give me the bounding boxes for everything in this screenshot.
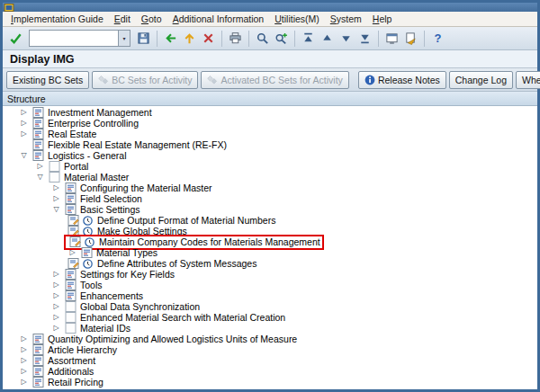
expand-arrow-icon[interactable]: ▷ (50, 193, 63, 204)
img-activity-doc-icon[interactable] (66, 226, 80, 236)
expand-arrow-icon[interactable]: ▷ (66, 247, 79, 258)
expand-arrow-icon[interactable]: ▷ (17, 355, 31, 366)
back-icon[interactable] (161, 29, 180, 48)
tree-item-label[interactable]: Maintain Company Codes for Materials Man… (99, 236, 320, 247)
tree-item-label[interactable]: Make Global Settings (97, 226, 187, 236)
expand-arrow-icon[interactable]: ▷ (17, 129, 31, 139)
tree-item-label[interactable]: Investment Management (48, 107, 152, 118)
tree-item-label[interactable]: Logistics - General (48, 150, 127, 161)
expand-arrow-icon[interactable]: ▷ (17, 107, 31, 118)
collapse-arrow-icon[interactable]: ▽ (50, 204, 63, 215)
img-activity-doc-icon[interactable] (66, 215, 80, 226)
previous-page-icon[interactable] (318, 29, 337, 48)
img-activity-doc-icon[interactable] (68, 236, 82, 247)
expand-arrow-icon[interactable]: ▷ (17, 344, 31, 355)
menu-utilities[interactable]: Utilities(M) (269, 13, 325, 25)
menu-bar: Implementation Guide Edit Goto Additiona… (3, 12, 537, 27)
img-node-icon (31, 150, 45, 161)
execute-activity-icon[interactable] (82, 236, 96, 248)
tree-item-label[interactable]: Configuring the Material Master (80, 183, 212, 193)
expand-arrow-icon[interactable]: ▷ (17, 334, 31, 344)
save-icon[interactable] (134, 29, 153, 48)
help-icon[interactable]: ? (428, 29, 447, 48)
existing-bc-sets-button[interactable]: Existing BC Sets (6, 71, 89, 89)
tree-item-label[interactable]: Settings for Key Fields (80, 269, 175, 280)
img-folder-doc-icon (63, 323, 77, 334)
img-activity-doc-icon[interactable] (66, 258, 80, 269)
img-node-icon (31, 118, 45, 129)
tree-item-label[interactable]: Basic Settings (80, 204, 140, 215)
expand-arrow-icon[interactable]: ▷ (50, 269, 63, 280)
img-node-icon (31, 107, 45, 118)
tree-item-label[interactable]: Global Data Synchronization (80, 301, 200, 312)
next-page-icon[interactable] (337, 29, 356, 48)
first-page-icon[interactable] (299, 29, 318, 48)
tree-item-label[interactable]: Enhancements (80, 290, 143, 301)
menu-implementation-guide[interactable]: Implementation Guide (5, 13, 109, 25)
menu-additional-information[interactable]: Additional Information (167, 13, 270, 25)
tree-item-label[interactable]: Field Selection (80, 193, 142, 204)
button-label: Existing BC Sets (13, 75, 83, 85)
tree-item-label[interactable]: Tools (80, 280, 103, 290)
release-notes-button[interactable]: Release Notes (358, 71, 446, 89)
tree-item-label[interactable]: Enterprise Controlling (48, 118, 139, 129)
where-else-used-button[interactable]: Where Else Used (516, 71, 540, 89)
expand-arrow-icon[interactable]: ▷ (33, 161, 47, 172)
img-node-icon (63, 193, 77, 204)
tree-item-label[interactable]: Retail Pricing (48, 377, 104, 388)
toolbar-separator (157, 31, 158, 47)
expand-arrow-icon[interactable]: ▷ (50, 290, 63, 301)
expand-arrow-icon[interactable]: ▷ (17, 118, 31, 129)
tree-item-label[interactable]: Material Types (96, 247, 158, 258)
tree-item-label[interactable]: Real Estate (48, 129, 96, 139)
expand-arrow-icon[interactable]: ▷ (50, 323, 63, 334)
tree-item-label[interactable]: Material IDs (80, 323, 130, 334)
menu-system[interactable]: System (325, 13, 367, 25)
tree-item-label[interactable]: Quantity Optimizing and Allowed Logistic… (48, 334, 297, 344)
tree-item-label[interactable]: Enhanced Material Search with Material C… (80, 312, 285, 323)
activated-bc-sets-for-activity-button: Activated BC Sets for Activity (201, 71, 348, 89)
tree-row: ▷Enhancements (3, 290, 537, 301)
new-session-icon[interactable] (382, 29, 401, 48)
change-log-button[interactable]: Change Log (449, 71, 513, 89)
tree-item-label[interactable]: Assortment (48, 355, 95, 366)
menu-goto[interactable]: Goto (136, 13, 167, 25)
tree-item-label[interactable]: Material Master (64, 172, 129, 183)
print-icon[interactable] (226, 29, 245, 48)
exit-icon[interactable] (180, 29, 199, 48)
find-icon[interactable] (253, 29, 272, 48)
enter-button[interactable] (6, 29, 25, 48)
tree-row: ▷Real Estate (3, 129, 537, 139)
expand-arrow-icon[interactable]: ▷ (50, 183, 63, 193)
tree-row: ▷Field Selection (3, 193, 537, 204)
last-page-icon[interactable] (356, 29, 374, 48)
button-label: Where Else Used (522, 75, 540, 85)
execute-activity-icon[interactable] (80, 258, 94, 270)
expand-arrow-icon[interactable]: ▷ (17, 366, 31, 377)
tree-item-label[interactable]: Portal (64, 161, 88, 172)
expand-arrow-icon[interactable]: ▷ (17, 377, 31, 388)
cancel-icon[interactable] (199, 29, 218, 48)
expand-arrow-icon[interactable]: ▷ (50, 312, 63, 323)
bc-sets-for-activity-button: BC Sets for Activity (92, 71, 198, 89)
tree-item-label[interactable]: Flexible Real Estate Management (RE-FX) (48, 139, 227, 150)
collapse-arrow-icon[interactable]: ▽ (33, 172, 47, 183)
command-input[interactable] (30, 31, 118, 45)
tree-item-label[interactable]: Define Output Format of Material Numbers (97, 215, 275, 226)
sap-gui-window: Implementation Guide Edit Goto Additiona… (0, 0, 540, 392)
menu-help[interactable]: Help (367, 13, 398, 25)
tree-item-label[interactable]: Additionals (48, 366, 94, 377)
tree-item-label[interactable]: Article Hierarchy (48, 344, 117, 355)
tree-row: ▷Retail Pricing (3, 377, 537, 388)
generate-shortcut-icon[interactable] (401, 29, 420, 48)
menu-edit[interactable]: Edit (109, 13, 136, 25)
collapse-arrow-icon[interactable]: ▽ (17, 150, 31, 161)
window-menu-icon[interactable] (4, 4, 14, 12)
info-icon (364, 75, 375, 85)
expand-arrow-icon[interactable]: ▷ (50, 280, 63, 290)
command-history-dropdown-icon[interactable]: ▾ (118, 31, 130, 46)
tree-row: ▷Configuring the Material Master (3, 183, 537, 193)
find-next-icon[interactable] (272, 29, 291, 48)
expand-arrow-icon[interactable]: ▷ (50, 301, 63, 312)
tree-item-label[interactable]: Define Attributes of System Messages (97, 258, 256, 269)
